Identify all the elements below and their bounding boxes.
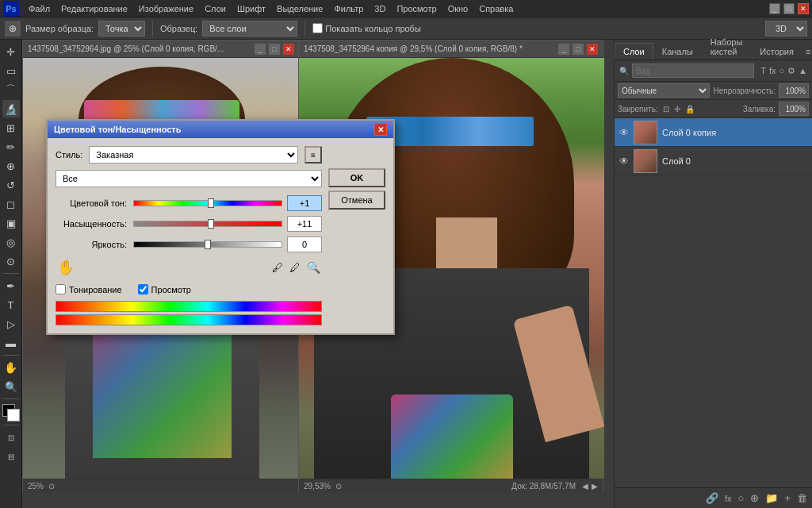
layers-search-input[interactable]: [632, 64, 754, 78]
tab-channels[interactable]: Каналы: [653, 43, 702, 60]
layer-mask-icon[interactable]: ○: [779, 66, 784, 76]
tool-stamp[interactable]: ⊕: [2, 157, 20, 175]
blend-mode-select[interactable]: Обычные: [618, 83, 710, 98]
channel-select[interactable]: Все: [56, 170, 322, 187]
toning-checkbox-label[interactable]: Тонирование: [56, 284, 122, 294]
bright-value-input[interactable]: [287, 237, 322, 252]
layer-smart-icon[interactable]: ⚙: [787, 66, 795, 76]
link-layers-btn[interactable]: 🔗: [706, 492, 718, 504]
cancel-button[interactable]: Отмена: [328, 190, 385, 210]
layer-vis-orig[interactable]: 👁: [618, 155, 630, 167]
doc2-nav-right[interactable]: ▶: [592, 482, 598, 491]
bright-slider-container[interactable]: [133, 239, 282, 250]
3d-select[interactable]: 3D: [765, 21, 807, 37]
sat-slider-container[interactable]: [133, 218, 282, 229]
layer-item-copy[interactable]: 👁 Слой 0 копия: [615, 118, 812, 147]
doc1-minimize[interactable]: _: [255, 44, 266, 55]
tool-eraser[interactable]: ◻: [2, 195, 20, 213]
dialog-close-btn[interactable]: ✕: [374, 123, 387, 136]
menu-window[interactable]: Окно: [443, 2, 473, 15]
eyedropper-btn[interactable]: 🖋: [270, 260, 285, 275]
sat-value-input[interactable]: [287, 216, 322, 232]
sat-thumb[interactable]: [208, 219, 214, 229]
layer-item-orig[interactable]: 👁 Слой 0: [615, 147, 812, 175]
menu-help[interactable]: Справка: [474, 2, 518, 15]
layer-vis-copy[interactable]: 👁: [618, 126, 630, 139]
preview-checkbox-label[interactable]: Просмотр: [138, 284, 191, 294]
tool-blur[interactable]: ◎: [2, 233, 20, 251]
doc1-info-icon[interactable]: ⊙: [48, 482, 55, 491]
tool-pen[interactable]: ✒: [2, 277, 20, 294]
tool-path-select[interactable]: ▷: [2, 315, 20, 333]
add-style-btn[interactable]: fx: [725, 494, 732, 503]
tab-history[interactable]: История: [751, 43, 802, 60]
tool-patch[interactable]: ⊞: [2, 119, 20, 137]
show-ring-checkbox[interactable]: [312, 23, 323, 33]
fill-input[interactable]: [779, 102, 809, 116]
lock-pixel-icon[interactable]: ⊡: [663, 105, 669, 114]
size-select[interactable]: Точка: [98, 21, 145, 37]
tool-brush[interactable]: ✏: [2, 138, 20, 156]
dialog-titlebar[interactable]: Цветовой тон/Насыщенность ✕: [48, 121, 393, 138]
menu-view[interactable]: Просмотр: [392, 2, 441, 15]
lock-all-icon[interactable]: 🔒: [685, 105, 695, 114]
tool-marquee[interactable]: ▭: [2, 62, 20, 79]
layer-type-icon[interactable]: T: [760, 66, 766, 76]
hue-slider-container[interactable]: [133, 198, 282, 209]
preview-checkbox[interactable]: [138, 284, 148, 294]
menu-edit[interactable]: Редактирование: [56, 2, 132, 15]
tool-dodge[interactable]: ⊙: [2, 252, 20, 270]
menu-layers[interactable]: Слои: [200, 2, 231, 15]
opacity-input[interactable]: [779, 83, 809, 98]
background-color[interactable]: [7, 409, 20, 421]
layer-vector-icon[interactable]: ▲: [799, 66, 807, 76]
style-select[interactable]: Заказная: [89, 146, 298, 164]
doc1-restore[interactable]: □: [269, 44, 280, 55]
add-group-btn[interactable]: 📁: [765, 492, 778, 504]
doc2-restore[interactable]: □: [573, 44, 584, 55]
tool-history[interactable]: ↺: [2, 176, 20, 194]
hue-value-input[interactable]: [287, 195, 322, 211]
lock-position-icon[interactable]: ✛: [674, 105, 680, 114]
tool-move[interactable]: ✛: [2, 43, 20, 60]
panel-menu-btn[interactable]: ≡: [802, 44, 812, 60]
tool-gradient[interactable]: ▣: [2, 214, 20, 232]
sample-select[interactable]: Все слои: [202, 21, 297, 37]
add-mask-btn[interactable]: ○: [738, 492, 745, 504]
add-adjustment-btn[interactable]: ⊕: [750, 492, 759, 504]
tool-eyedropper[interactable]: 🔬: [2, 100, 20, 117]
style-menu-btn[interactable]: ≡: [304, 146, 322, 164]
eyedropper-tool-btn[interactable]: ✋: [56, 257, 76, 278]
menu-type[interactable]: Шрифт: [232, 2, 270, 15]
menu-3d[interactable]: 3D: [370, 2, 390, 15]
menu-filter[interactable]: Фильтр: [329, 2, 368, 15]
toning-checkbox[interactable]: [56, 284, 66, 294]
delete-layer-btn[interactable]: 🗑: [797, 492, 807, 504]
close-app-btn[interactable]: ✕: [798, 3, 809, 14]
menu-image[interactable]: Изображение: [134, 2, 198, 15]
restore-app-btn[interactable]: □: [783, 3, 795, 14]
bright-thumb[interactable]: [205, 240, 211, 249]
tool-screen-mode[interactable]: ⊟: [2, 448, 20, 465]
tool-zoom[interactable]: 🔍: [2, 378, 20, 395]
doc2-close[interactable]: ✕: [587, 44, 598, 55]
hue-thumb[interactable]: [208, 198, 214, 208]
tool-type[interactable]: T: [2, 296, 20, 314]
add-layer-btn[interactable]: +: [784, 492, 791, 504]
tab-layers[interactable]: Слои: [615, 43, 653, 60]
menu-select[interactable]: Выделение: [272, 2, 327, 15]
ok-button[interactable]: OK: [328, 168, 385, 187]
tool-shape[interactable]: ▬: [2, 334, 20, 352]
tool-lasso[interactable]: ⌒: [2, 81, 20, 98]
doc2-minimize[interactable]: _: [558, 44, 569, 55]
eyedropper-add-btn[interactable]: 🖊: [288, 260, 302, 275]
minimize-app-btn[interactable]: _: [769, 3, 780, 14]
tab-brushes[interactable]: Наборы кистей: [702, 33, 752, 60]
show-ring-checkbox-label[interactable]: Показать кольцо пробы: [312, 23, 421, 33]
doc1-close[interactable]: ✕: [283, 44, 294, 55]
tool-hand[interactable]: ✋: [2, 359, 20, 376]
eyedropper-sub-btn[interactable]: 🔍: [305, 260, 322, 275]
tool-quick-mask[interactable]: ⊡: [2, 429, 20, 446]
doc2-status-icon[interactable]: ⊙: [335, 482, 342, 491]
layer-fx-icon[interactable]: fx: [769, 66, 776, 76]
